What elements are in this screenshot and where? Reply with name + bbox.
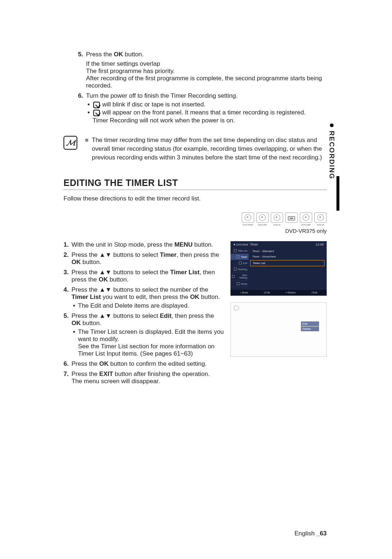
osd-menu-edit: Edit: [301, 321, 319, 326]
dvd-plus-r-icon: DVD+R: [314, 212, 327, 223]
bullet-appear: will appear on the front panel. It means…: [86, 109, 327, 124]
timer-icon: [93, 110, 100, 116]
dvd-r-icon: DVD-R: [271, 212, 283, 223]
osd-main-timer-showview: Timer - ShowView: [250, 254, 324, 259]
side-tab: RECORDING: [328, 123, 336, 179]
step-5-sub: If the timer settings overlap The first …: [86, 60, 327, 89]
osd-side-edit: Edit: [230, 260, 249, 266]
osd-side-disc-setting: Disc Setting: [230, 272, 249, 281]
step-b2: 2. Press the ▲▼ buttons to select Timer,…: [64, 251, 224, 266]
dvd-rw-icon: DVD-RW: [256, 212, 269, 223]
step-b3: 3. Press the ▲▼ buttons to select the Ti…: [64, 269, 224, 283]
step-b1: 1. With the unit in Stop mode, press the…: [64, 241, 224, 248]
step-6: 6. Turn the power off to finish the Time…: [78, 92, 327, 124]
section-title: EDITING THE TIMER LIST: [64, 178, 327, 190]
osd-side-setup: Setup: [230, 281, 249, 287]
note-block: 𝓜 The timer recording time may differ fr…: [64, 136, 327, 162]
disc-badge-icon: [234, 305, 239, 311]
step-number: 6.: [78, 92, 83, 100]
osd-main-timer-list: Timer List: [250, 260, 324, 266]
tape-icon: [285, 212, 298, 223]
editing-steps: 1. With the unit in Stop mode, press the…: [64, 241, 224, 385]
step-b6: 6. Press the OK button to confirm the ed…: [64, 360, 224, 368]
step-b5: 5. Press the ▲▼ buttons to select Edit, …: [64, 312, 224, 357]
osd-side-timer: Timer: [230, 254, 249, 260]
osd-side-dubbing: Dubbing: [230, 266, 249, 272]
note-text: The timer recording time may differ from…: [85, 136, 327, 162]
step-text: Turn the power off to finish the Timer R…: [86, 92, 238, 99]
step-b7: 7. Press the EXIT button after finishing…: [64, 370, 224, 385]
osd-mockup-edit-delete: Edit Delete: [230, 302, 327, 357]
step-6-bullets: will blink if disc or tape is not insert…: [86, 101, 327, 124]
step-5: 5. Press the OK button. If the timer set…: [78, 51, 327, 89]
step-number: 5.: [78, 51, 83, 58]
steps-continued: 5. Press the OK button. If the timer set…: [78, 51, 327, 124]
timer-icon: [93, 102, 100, 108]
section-subtitle: Follow these directions to edit the time…: [64, 195, 327, 202]
note-icon: 𝓜: [64, 136, 77, 150]
disc-compatibility-row: DVD-RAM DVD-RW DVD-R DVD+RW DVD+R: [64, 212, 327, 223]
bullet-blink: will blink if disc or tape is not insert…: [86, 101, 327, 108]
osd-side-title-list: Title List: [230, 248, 249, 254]
side-accent-bar: [336, 176, 339, 211]
osd-mockup-timer-list: ● DVD-RAM Timer 12:00 Title List Timer E…: [230, 241, 327, 296]
osd-menu-delete: Delete: [301, 327, 319, 331]
page-footer: English _63: [294, 530, 327, 537]
step-text: Press the OK button.: [86, 51, 144, 58]
dvd-ram-icon: DVD-RAM: [242, 212, 254, 223]
dvd-plus-rw-icon: DVD+RW: [300, 212, 312, 223]
osd-main-timer-standard: Timer - Standard: [250, 248, 324, 254]
model-note: DVD-VR375 only: [64, 228, 327, 234]
step-b4: 4. Press the ▲▼ buttons to select the nu…: [64, 286, 224, 309]
